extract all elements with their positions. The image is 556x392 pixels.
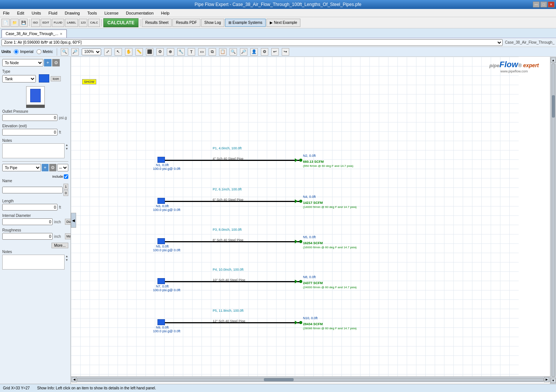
pipe-diam-input[interactable] — [2, 218, 53, 225]
v-scroll-track[interactable] — [552, 63, 555, 377]
h-scroll-track[interactable] — [77, 378, 544, 382]
add-pump-icon[interactable]: ⊕ — [167, 48, 174, 56]
node-settings-btn[interactable]: ⚙ — [52, 59, 60, 66]
paste-icon[interactable]: 📋 — [219, 48, 227, 56]
results-pdf-button[interactable]: Results PDF — [172, 19, 200, 27]
menu-documentation[interactable]: Documentation — [125, 10, 155, 16]
tb-label[interactable]: LABEL — [65, 19, 78, 27]
outlet-pressure-input[interactable] — [2, 114, 57, 121]
h-scroll-left-btn[interactable]: ◀ — [72, 377, 77, 382]
imperial-radio-group[interactable]: Imperial — [14, 49, 34, 54]
imperial-radio[interactable] — [14, 49, 19, 54]
menu-drawing[interactable]: Drawing — [63, 10, 81, 16]
user-icon[interactable]: 👤 — [250, 48, 258, 56]
metric-radio[interactable] — [37, 49, 41, 54]
show-log-button[interactable]: Show Log — [201, 19, 224, 27]
copy-icon[interactable]: ⧉ — [209, 48, 216, 56]
pipe-notes-scroll-up[interactable]: ▲ — [65, 255, 68, 258]
node8-dot[interactable] — [299, 280, 302, 283]
undo-icon[interactable]: ↩ — [271, 48, 279, 56]
to-node-select[interactable]: To Node — [2, 59, 43, 66]
v-scroll-up-btn[interactable]: ▲ — [551, 57, 556, 63]
metric-radio-group[interactable]: Metric — [37, 49, 53, 54]
draw-pipe-icon[interactable]: 📏 — [135, 48, 143, 56]
maximize-button[interactable]: □ — [540, 1, 547, 7]
include-checkbox[interactable] — [64, 174, 68, 179]
v-scroll-thumb[interactable] — [552, 95, 555, 118]
tab-main[interactable]: Case_38_Air_Flow_Through_... ✕ — [1, 29, 67, 38]
panel-collapse-button[interactable]: ◀ — [71, 213, 76, 228]
menu-help[interactable]: Help — [160, 10, 171, 16]
menu-edit[interactable]: Edit — [16, 10, 26, 16]
settings-icon[interactable]: ⚙ — [261, 48, 268, 56]
zoom-in-icon[interactable]: 🔎 — [71, 48, 79, 56]
diam-btn[interactable]: Diam? — [65, 219, 71, 225]
add-valve-icon[interactable]: 🔧 — [177, 48, 185, 56]
v-scroll-down-btn[interactable]: ▼ — [551, 378, 556, 383]
select-icon[interactable]: ↖ — [115, 48, 122, 56]
h-scroll-right-btn[interactable]: ▶ — [544, 377, 549, 382]
tab-close-icon[interactable]: ✕ — [60, 32, 63, 36]
menu-license[interactable]: License — [103, 10, 120, 16]
region-icon[interactable]: ▭ — [198, 48, 206, 56]
tb-fluid[interactable]: FLUID — [52, 19, 64, 27]
material-btn[interactable]: Material — [65, 233, 71, 239]
tb-calc-icon[interactable]: CALC — [88, 19, 100, 27]
tb-iso[interactable]: ISO — [31, 19, 40, 27]
canvas-scroll[interactable]: SHOW P1, 4.0inch, 100.0ft N1, 0.0ft 100.… — [71, 57, 550, 376]
pipe-notes-input[interactable] — [2, 255, 65, 270]
menu-units[interactable]: Units — [30, 10, 43, 16]
zoom-region-icon[interactable]: 🔎 — [240, 48, 247, 56]
h-scrollbar[interactable]: ◀ ▶ — [71, 376, 550, 382]
results-sheet-button[interactable]: Results Sheet — [142, 19, 172, 27]
add-component-icon[interactable]: ⚙ — [156, 48, 164, 56]
node2-dot[interactable] — [299, 159, 302, 162]
h-scroll-thumb[interactable] — [264, 378, 294, 381]
redo-icon[interactable]: ↪ — [282, 48, 289, 56]
tb-123[interactable]: 123 — [79, 19, 87, 27]
node4-dot[interactable] — [299, 200, 302, 203]
more-button[interactable]: More... — [51, 243, 68, 248]
v-scrollbar[interactable]: ▲ ▼ — [550, 57, 556, 384]
text-icon[interactable]: T — [188, 48, 195, 56]
next-example-button[interactable]: ▶ Next Example — [266, 19, 300, 27]
canvas-area[interactable]: ◀ pipe F low ® expert www.pipeflow.com S… — [71, 57, 550, 384]
icon-label-button[interactable]: Icon — [51, 76, 61, 81]
node5b-dot[interactable] — [299, 240, 302, 243]
node7-box[interactable] — [157, 278, 165, 284]
menu-file[interactable]: File — [1, 10, 11, 16]
node5-box[interactable] — [157, 238, 165, 244]
add-node-icon[interactable]: ⬛ — [146, 48, 153, 56]
notes-scroll-up[interactable]: ▲ — [65, 143, 68, 147]
pipe-name-input[interactable] — [2, 187, 63, 193]
example-systems-button[interactable]: ⊞ Example Systems — [225, 19, 266, 27]
to-pipe-select[interactable]: To Pipe — [2, 164, 41, 171]
calculate-button[interactable]: CALCULATE — [103, 18, 138, 27]
close-button[interactable]: ✕ — [548, 1, 555, 7]
elevation-input[interactable] — [2, 129, 57, 136]
pipe-notes-scroll-down[interactable]: ▼ — [65, 258, 68, 262]
pipe-roughness-input[interactable] — [2, 233, 53, 240]
add-node-btn[interactable]: + — [44, 59, 51, 66]
node1-box[interactable] — [157, 157, 165, 163]
pipe-length-input[interactable] — [2, 204, 57, 211]
tb-new[interactable]: 📄 — [1, 19, 10, 27]
zoom-out-icon[interactable]: 🔍 — [61, 48, 68, 56]
pan-icon[interactable]: ✋ — [125, 48, 132, 56]
node-notes-input[interactable] — [2, 143, 65, 158]
add-pipe-btn[interactable]: + — [42, 164, 49, 171]
tb-edit[interactable]: EDIT — [41, 19, 51, 27]
minimize-button[interactable]: — — [533, 1, 540, 7]
pipe-settings-btn[interactable]: ⚙ — [49, 164, 56, 171]
type-select[interactable]: Tank Junction — [2, 75, 36, 83]
zoom-out2-icon[interactable]: 🔍 — [229, 48, 237, 56]
tb-open[interactable]: 📁 — [10, 19, 19, 27]
zone-selector[interactable]: Zone 1: Air [0.596000 lb/ft³ at 100.0psi… — [1, 39, 503, 46]
grid-canvas[interactable]: SHOW P1, 4.0inch, 100.0ft N1, 0.0ft 100.… — [71, 57, 519, 376]
tb-save[interactable]: 💾 — [19, 19, 28, 27]
fit-icon[interactable]: ⤢ — [104, 48, 112, 56]
node9-box[interactable] — [157, 319, 165, 325]
node10-dot[interactable] — [299, 321, 302, 324]
menu-fluid[interactable]: Fluid — [47, 10, 59, 16]
notes-scroll-down[interactable]: ▼ — [65, 147, 68, 151]
